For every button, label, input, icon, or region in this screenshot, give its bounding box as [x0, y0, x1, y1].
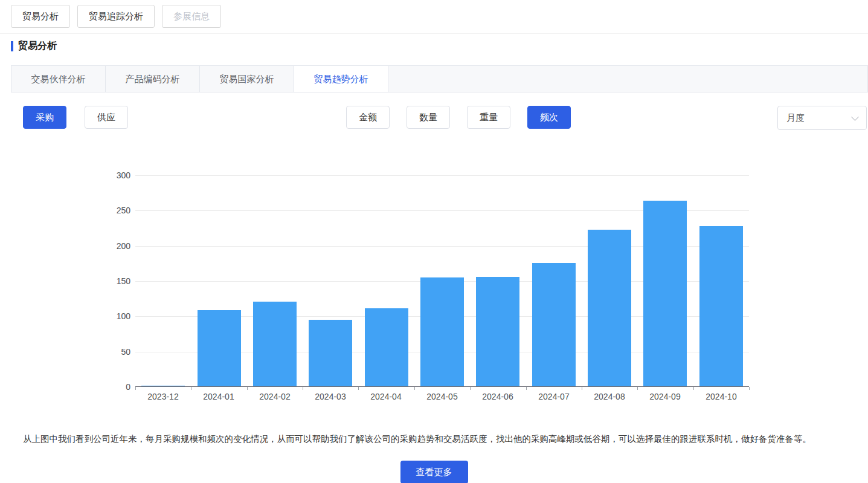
x-axis-label: 2024-10: [693, 392, 749, 401]
y-axis-label: 150: [117, 276, 130, 286]
analysis-tabs: 交易伙伴分析 产品编码分析 贸易国家分析 贸易趋势分析: [11, 65, 868, 92]
bar-2024-08[interactable]: [588, 230, 631, 386]
section-header: 贸易分析: [11, 40, 57, 53]
metric-frequency-button[interactable]: 频次: [527, 106, 571, 129]
mode-toggle-group: 采购 供应: [23, 106, 128, 129]
bar-2024-04[interactable]: [365, 308, 408, 387]
bar-2023-12[interactable]: [141, 386, 185, 387]
x-axis-label: 2023-12: [135, 392, 191, 401]
page: 贸易分析 贸易追踪分析 参展信息 贸易分析 交易伙伴分析 产品编码分析 贸易国家…: [0, 0, 868, 483]
bar-2024-09[interactable]: [643, 201, 687, 386]
x-axis: 2023-122024-012024-022024-032024-042024-…: [135, 387, 749, 403]
x-axis-label: 2024-06: [470, 392, 526, 401]
x-axis-tick: [358, 387, 359, 390]
bar-2024-02[interactable]: [253, 302, 297, 386]
chart-controls: 采购 供应 金额 数量 重量 频次 月度: [0, 106, 868, 130]
x-axis-tick: [247, 387, 248, 390]
y-axis: 050100150200250300: [110, 175, 134, 387]
period-select[interactable]: 月度: [777, 106, 867, 130]
tab-trade-partner-analysis[interactable]: 交易伙伴分析: [11, 66, 106, 92]
x-axis-label: 2024-07: [526, 392, 582, 401]
y-axis-label: 300: [117, 170, 130, 180]
metric-weight-button[interactable]: 重量: [467, 106, 510, 129]
header-divider: [0, 33, 868, 34]
x-axis-tick: [526, 387, 527, 390]
x-axis-tick: [135, 387, 136, 390]
x-axis-label: 2024-04: [358, 392, 414, 401]
bar-2024-01[interactable]: [198, 310, 241, 386]
chevron-down-icon: [851, 113, 859, 121]
x-axis-tick: [637, 387, 638, 390]
x-axis-tick: [470, 387, 471, 390]
x-axis-label: 2024-01: [191, 392, 246, 401]
x-axis-label: 2024-02: [247, 392, 303, 401]
metric-amount-button[interactable]: 金额: [346, 106, 390, 129]
tab-product-code-analysis[interactable]: 产品编码分析: [106, 66, 200, 92]
y-axis-label: 0: [126, 382, 130, 392]
plot-area: [135, 175, 749, 387]
gridline: [135, 175, 749, 176]
x-axis-label: 2024-05: [414, 392, 470, 401]
bar-2024-07[interactable]: [532, 263, 576, 386]
y-axis-label: 100: [117, 311, 130, 321]
nav-exhibition-info-button[interactable]: 参展信息: [162, 5, 221, 28]
x-axis-label: 2024-09: [637, 392, 693, 401]
page-title: 贸易分析: [18, 40, 57, 53]
mode-purchase-button[interactable]: 采购: [23, 106, 66, 129]
y-axis-label: 200: [117, 241, 130, 251]
view-more-button[interactable]: 查看更多: [400, 461, 468, 483]
x-axis-label: 2024-03: [303, 392, 358, 401]
section-accent-bar: [11, 41, 13, 51]
x-axis-label: 2024-08: [582, 392, 637, 401]
bar-2024-10[interactable]: [699, 226, 743, 386]
period-select-value: 月度: [786, 112, 805, 124]
nav-trade-tracking-button[interactable]: 贸易追踪分析: [77, 5, 155, 28]
y-axis-label: 50: [121, 347, 130, 357]
nav-trade-analysis-button[interactable]: 贸易分析: [11, 5, 70, 28]
mode-supply-button[interactable]: 供应: [85, 106, 128, 129]
x-axis-tick: [749, 387, 750, 390]
x-axis-tick: [693, 387, 694, 390]
metric-toggle-group: 金额 数量 重量 频次: [346, 106, 571, 129]
x-axis-tick: [303, 387, 303, 390]
bar-2024-03[interactable]: [309, 320, 352, 386]
metric-quantity-button[interactable]: 数量: [407, 106, 450, 129]
bar-2024-05[interactable]: [420, 277, 464, 386]
tab-trade-trend-analysis[interactable]: 贸易趋势分析: [294, 66, 388, 92]
trend-bar-chart: 050100150200250300 2023-122024-012024-02…: [110, 175, 750, 404]
y-axis-label: 250: [117, 206, 130, 215]
top-button-row: 贸易分析 贸易追踪分析 参展信息: [11, 5, 221, 28]
chart-description: 从上图中我们看到公司近年来，每月采购规模和频次的变化情况，从而可以帮助我们了解该…: [23, 433, 844, 446]
x-axis-tick: [414, 387, 415, 390]
bar-2024-06[interactable]: [476, 277, 519, 386]
x-axis-tick: [191, 387, 191, 390]
tab-trade-country-analysis[interactable]: 贸易国家分析: [200, 66, 294, 92]
x-axis-tick: [582, 387, 582, 390]
